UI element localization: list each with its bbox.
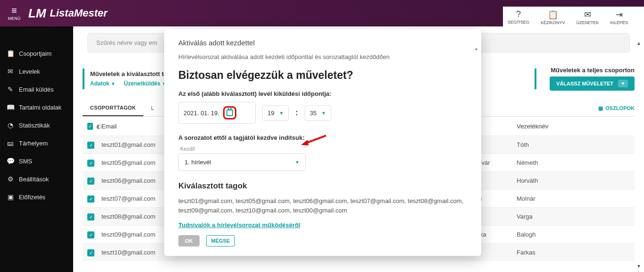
gear-icon: ⚙ [7, 175, 14, 183]
contrast-icon: ◐ [96, 123, 101, 130]
menu-label: MENÜ [8, 16, 21, 21]
minute-select[interactable]: 35▼ [305, 105, 331, 121]
time-label: Az első (alább kiválasztott) levél kikül… [178, 90, 467, 97]
sidebar-item-sms[interactable]: 💬SMS [0, 152, 73, 170]
logo[interactable]: LM ListaMester [28, 6, 108, 21]
row-checkbox[interactable]: ✓ [87, 160, 94, 167]
group-actions-title: Műveletek a teljes csoporton [550, 67, 635, 74]
chevron-down-icon: ▼ [279, 110, 284, 116]
disk-icon: 🖴 [7, 139, 14, 147]
selected-actions-title: Műveletek a kiválasztott tago [90, 70, 175, 77]
messaging-dropdown[interactable]: Üzenetküldés▼ [124, 80, 167, 87]
sidebar-item-send[interactable]: ✎Email küldés [0, 80, 73, 98]
exit-icon: ⇥ [616, 9, 623, 20]
chevron-down-icon: ▼ [111, 81, 116, 86]
col-lastname[interactable]: Vezetéknév [517, 123, 578, 130]
row-checkbox[interactable]: ✓ [87, 231, 94, 238]
scroll-up-icon[interactable]: ▲ [636, 41, 643, 47]
mail-icon: ✉ [584, 9, 591, 20]
annotation-arrow [300, 133, 328, 149]
modal-scroll-up-icon[interactable]: ▲ [474, 46, 478, 51]
row-checkbox[interactable]: ✓ [87, 213, 94, 221]
svg-marker-1 [301, 140, 309, 145]
row-checkbox[interactable]: ✓ [87, 249, 94, 256]
sidebar-item-subscription[interactable]: ▣Előfizetés [0, 188, 73, 206]
chevron-down-icon: ▼ [618, 80, 628, 87]
cancel-button[interactable]: MÉGSE [206, 235, 235, 246]
modal-heading: Biztosan elvégezzük a műveletet? [178, 69, 467, 82]
chevron-down-icon: ▼ [295, 160, 300, 165]
calendar-icon[interactable] [226, 110, 233, 116]
time-colon: : [295, 109, 298, 117]
menu-button[interactable]: ≡ MENÜ [0, 6, 28, 21]
columns-button[interactable]: ▦ OSZLOPOK [598, 105, 635, 111]
info-link[interactable]: Tudnivalók a hírlevélsorozat működéséről [178, 221, 467, 229]
row-checkbox[interactable]: ✓ [87, 142, 94, 149]
header-actions: ?SEGÍTSÉG 📋KÉZIKÖNYV ✉ÜZENETEK ⇥KILÉPÉS [503, 7, 644, 27]
chat-icon: 💬 [7, 157, 14, 165]
tab-members[interactable]: CSOPORTTAGOK [83, 100, 143, 116]
row-checkbox[interactable]: ✓ [87, 178, 94, 185]
selected-members-list: teszt01@gmail.com, teszt05@gmail.com, te… [178, 196, 467, 215]
help-icon: ? [516, 9, 521, 19]
calendar-highlight [223, 106, 236, 119]
clipboard-icon: 📋 [7, 50, 14, 57]
selected-members-heading: Kiválasztott tagok [178, 181, 467, 191]
accent-bar [83, 68, 84, 89]
choose-operation-button[interactable]: VÁLASSZ MŰVELETET ▼ [550, 76, 635, 91]
pencil-icon: ✎ [7, 85, 14, 93]
logout-button[interactable]: ⇥KILÉPÉS [610, 9, 628, 25]
accent-bar [535, 68, 536, 89]
sidebar-item-storage[interactable]: 🖴Tárhelyem [0, 134, 73, 152]
sidebar-item-stats[interactable]: ◔Statisztikák [0, 116, 73, 134]
modal-title: Aktiválás adott kezdettel [178, 39, 467, 47]
manual-button[interactable]: 📋KÉZIKÖNYV [541, 9, 565, 25]
logo-text: ListaMester [50, 7, 108, 19]
data-dropdown[interactable]: Adatok▼ [90, 80, 116, 87]
row-checkbox[interactable]: ✓ [87, 196, 94, 203]
tab-other[interactable]: L [143, 101, 162, 116]
sidebar-item-letters[interactable]: ✉Levelek [0, 62, 73, 80]
help-button[interactable]: ?SEGÍTSÉG [508, 9, 529, 25]
sidebar-item-pages[interactable]: 📖Tartalmi oldalak [0, 98, 73, 116]
hour-select[interactable]: 19▼ [262, 105, 289, 121]
sidebar: 📋Csoportjaim ✉Levelek ✎Email küldés 📖Tar… [0, 26, 73, 272]
book-icon: 📋 [548, 9, 558, 20]
modal-description: Hírlevélsorozat aktiválása adott kezdeti… [178, 53, 467, 60]
hamburger-icon: ≡ [11, 6, 17, 15]
ok-button[interactable]: OK [178, 235, 200, 246]
envelope-icon: ✉ [7, 68, 14, 75]
columns-icon: ▦ [598, 105, 603, 111]
chart-icon: ◔ [7, 121, 14, 129]
scroll-down-icon[interactable]: ▼ [636, 264, 643, 270]
logo-mark-icon: LM [28, 6, 46, 21]
start-member-select[interactable]: 1. hírlevél ▼ [178, 153, 306, 171]
sidebar-item-settings[interactable]: ⚙Beállítások [0, 170, 73, 188]
date-input[interactable]: 2021. 01. 19. [178, 102, 256, 124]
square-icon: ▣ [7, 193, 14, 201]
sidebar-item-groups[interactable]: 📋Csoportjaim [0, 44, 73, 62]
select-all-checkbox[interactable]: ✓ [87, 123, 93, 130]
book-open-icon: 📖 [7, 103, 14, 111]
chevron-down-icon: ▼ [321, 110, 326, 116]
messages-button[interactable]: ✉ÜZENETEK [576, 9, 599, 25]
